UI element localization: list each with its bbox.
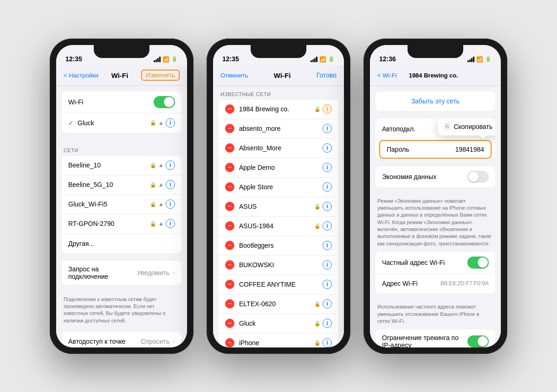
network-row-other[interactable]: Другая... xyxy=(62,234,181,253)
info-btn-rtgpon[interactable]: i xyxy=(166,219,175,228)
wifi-icon-2: 📶 xyxy=(319,56,326,63)
forget-label: Забыть эту сеть xyxy=(382,97,489,105)
remove-btn-bukowski[interactable]: − xyxy=(225,260,234,270)
password-container: Пароль 19841984 ⎘ Скопировать xyxy=(376,140,495,159)
wifi-toggle[interactable] xyxy=(154,96,175,108)
network-edit-applestore[interactable]: − Apple Store i xyxy=(219,178,338,197)
info-btn-1984[interactable]: i xyxy=(323,104,332,114)
remove-btn-eltex[interactable]: − xyxy=(225,299,234,308)
network-edit-gluck[interactable]: − Gluck 🔒 i xyxy=(219,314,338,334)
info-btn-absento[interactable]: i xyxy=(323,124,332,133)
remove-btn-coffee[interactable]: − xyxy=(225,280,234,289)
network-edit-asus[interactable]: − ASUS 🔒 i xyxy=(219,197,338,217)
info-btn-coffee[interactable]: i xyxy=(323,280,332,289)
copy-tooltip[interactable]: ⎘ Скопировать xyxy=(438,118,495,135)
info-btn-iphone[interactable]: i xyxy=(323,338,332,347)
signal-icon-1 xyxy=(154,57,161,62)
lock-asus1984: 🔒 xyxy=(314,223,321,229)
edit-button-1[interactable]: Изменить xyxy=(141,70,180,81)
networks-group-1: Beeline_10 🔒 ▲ i Beeline_5G_10 🔒 ▲ i Glu… xyxy=(62,156,181,253)
remove-btn-bootleggers[interactable]: − xyxy=(225,241,234,250)
network-edit-iphone[interactable]: − iPhone 🔒 i xyxy=(219,334,338,347)
info-btn-asus[interactable]: i xyxy=(323,202,332,211)
network-edit-absento[interactable]: − absento_more i xyxy=(219,119,338,139)
info-btn-applestore[interactable]: i xyxy=(323,182,332,192)
nav-back-3[interactable]: < Wi-Fi xyxy=(377,72,397,79)
info-btn-beeline5g[interactable]: i xyxy=(166,180,175,189)
network-edit-appledemo[interactable]: − Apple Demo i xyxy=(219,158,338,178)
wifi-addr-value: B6:E8:2D:F7:F0:9A xyxy=(440,280,489,287)
content-2: ИЗВЕСТНЫЕ СЕТИ − 1984 Brewing co. 🔒 i − … xyxy=(213,86,344,347)
info-btn-gluck[interactable]: i xyxy=(323,319,332,328)
network-row-beeline10[interactable]: Beeline_10 🔒 ▲ i xyxy=(62,156,181,175)
network-name-rtgpon: RT-GPON-2790 xyxy=(68,220,150,227)
private-wifi-toggle[interactable] xyxy=(467,257,489,269)
forget-cell[interactable]: Забыть эту сеть xyxy=(376,91,495,111)
time-2: 12:35 xyxy=(222,55,239,63)
network-name-other: Другая... xyxy=(68,240,175,247)
remove-btn-absento[interactable]: − xyxy=(225,124,234,133)
auto-cell[interactable]: Автодоступ к точке Спросить › xyxy=(62,332,181,347)
remove-btn-gluck[interactable]: − xyxy=(225,319,234,328)
info-btn-bukowski[interactable]: i xyxy=(323,260,332,270)
connected-network-cell: ✓ Gluck 🔒 ▲ i xyxy=(62,113,181,133)
tracking-toggle[interactable] xyxy=(467,335,489,347)
cancel-button[interactable]: Отменить xyxy=(220,72,248,79)
wifi-icon-1: 📶 xyxy=(162,56,169,63)
ask-value: Уведомить xyxy=(137,269,169,276)
network-row-beeline5g[interactable]: Beeline_5G_10 🔒 ▲ i xyxy=(62,175,181,195)
copy-icon: ⎘ xyxy=(445,122,450,131)
econ-cell: Экономия данных xyxy=(376,166,495,187)
phone-2: 12:35 📶 🔋 Отменить Wi-Fi Готово xyxy=(207,39,350,354)
network-edit-asus1984[interactable]: − ASUS-1984 🔒 i xyxy=(219,217,338,236)
autoconnect-group: Автоподкл. Пароль 19841984 ⎘ xyxy=(376,118,495,159)
network-row-gluckwifi5[interactable]: Gluck_Wi-Fi5 🔒 ▲ i xyxy=(62,195,181,214)
info-btn-gluckwifi5[interactable]: i xyxy=(166,199,175,209)
info-btn-bootleggers[interactable]: i xyxy=(323,241,332,250)
nav-back-1[interactable]: < Настройки xyxy=(64,72,98,79)
lock-rtgpon: 🔒 xyxy=(150,221,156,227)
network-row-rtgpon[interactable]: RT-GPON-2790 🔒 ▲ i xyxy=(62,214,181,234)
info-btn-eltex[interactable]: i xyxy=(323,299,332,308)
network-edit-coffee[interactable]: − COFFEE ANYTIME i xyxy=(219,275,338,295)
network-edit-absento2[interactable]: − Absento_More i xyxy=(219,139,338,158)
info-btn-beeline10[interactable]: i xyxy=(166,161,175,170)
tracking-cell: Ограничение трекинга по IP-адресу xyxy=(376,329,495,347)
done-button[interactable]: Готово xyxy=(317,71,337,79)
remove-btn-appledemo[interactable]: − xyxy=(225,163,234,172)
lock-iphone: 🔒 xyxy=(314,340,321,346)
econ-toggle[interactable] xyxy=(467,171,489,183)
time-3: 12:36 xyxy=(379,55,396,63)
remove-btn-iphone[interactable]: − xyxy=(225,338,234,347)
wifi-label: Wi-Fi xyxy=(68,98,154,106)
battery-icon-1: 🔋 xyxy=(171,56,178,62)
auto-group: Автодоступ к точке Спросить › xyxy=(62,332,181,347)
battery-icon-3: 🔋 xyxy=(485,56,492,62)
tracking-label: Ограничение трекинга по IP-адресу xyxy=(382,334,467,347)
network-edit-bootleggers[interactable]: − Bootleggers i xyxy=(219,236,338,256)
auto-chevron: › xyxy=(173,338,175,345)
info-btn-appledemo[interactable]: i xyxy=(323,163,332,172)
remove-btn-absento2[interactable]: − xyxy=(225,143,234,153)
network-edit-1984[interactable]: − 1984 Brewing co. 🔒 i xyxy=(219,100,338,119)
remove-btn-applestore[interactable]: − xyxy=(225,182,234,192)
battery-icon-2: 🔋 xyxy=(328,56,335,62)
private-wifi-label: Частный адрес Wi-Fi xyxy=(382,259,467,266)
remove-btn-asus1984[interactable]: − xyxy=(225,221,234,231)
lock-1984: 🔒 xyxy=(314,106,321,112)
password-row[interactable]: Пароль 19841984 xyxy=(379,140,492,159)
info-btn-asus1984[interactable]: i xyxy=(323,221,332,231)
wifi-toggle-cell: Wi-Fi xyxy=(62,91,181,113)
network-edit-bukowski[interactable]: − BUKOWSKI i xyxy=(219,256,338,275)
status-icons-2: 📶 🔋 xyxy=(311,56,335,63)
nav-title-2: Wi-Fi xyxy=(274,71,291,79)
remove-btn-asus[interactable]: − xyxy=(225,202,234,211)
ask-cell[interactable]: Запрос на подключение Уведомить › xyxy=(62,261,181,285)
network-edit-eltex[interactable]: − ELTEX-0620 🔒 i xyxy=(219,295,338,314)
notch-1 xyxy=(94,45,149,58)
remove-btn-1984[interactable]: − xyxy=(225,104,234,114)
econ-desc: Режим «Экономия данных» помогает уменьши… xyxy=(370,195,501,252)
auto-label: Автодоступ к точке xyxy=(68,338,141,345)
info-btn-absento2[interactable]: i xyxy=(323,143,332,153)
info-btn-connected[interactable]: i xyxy=(166,118,175,128)
